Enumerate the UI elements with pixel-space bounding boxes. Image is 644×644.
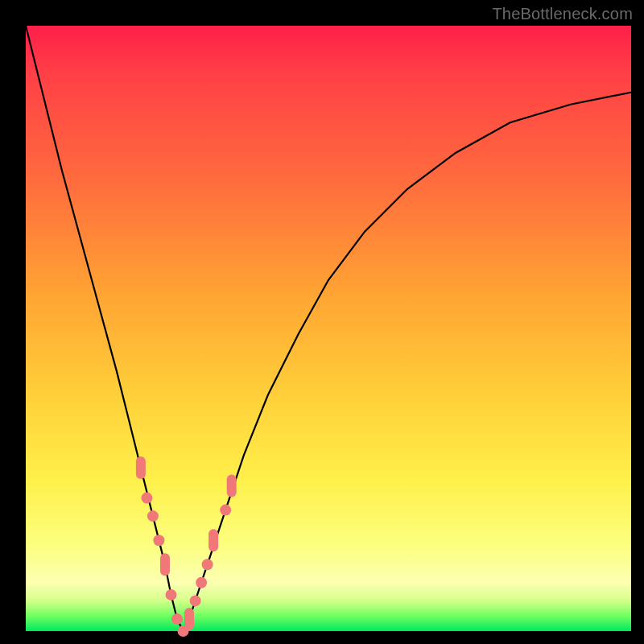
plot-area [26,26,631,631]
watermark-text: TheBottleneck.com [492,5,633,23]
curve-svg [26,26,631,631]
highlight-dot [141,493,152,504]
highlight-pill [160,553,170,576]
highlight-dot [202,559,213,570]
highlight-pill [227,475,237,497]
highlight-pill [184,608,194,630]
highlight-dot [153,535,164,546]
bottleneck-curve-path [26,26,631,631]
highlight-dots-group [136,456,237,637]
highlight-dot [166,589,177,601]
highlight-dot [220,505,231,516]
highlight-dot [147,510,159,522]
chart-frame: TheBottleneck.com [0,0,644,644]
highlight-dot [171,613,183,625]
highlight-dot [190,595,201,606]
highlight-dot [196,577,207,588]
highlight-pill [208,529,218,551]
highlight-pill [136,456,146,479]
